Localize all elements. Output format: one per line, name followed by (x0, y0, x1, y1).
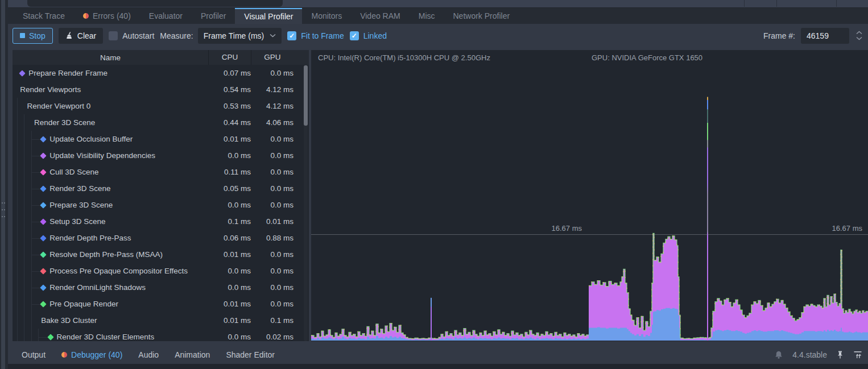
measure-value: Frame Time (ms) (204, 31, 264, 40)
table-row[interactable]: Render 3D Scene0.05 ms0.0 ms (13, 180, 309, 197)
tab-label: Video RAM (360, 11, 400, 20)
table-row[interactable]: Render 3D Cluster Elements0.0 ms0.02 ms (13, 329, 309, 341)
pin-icon[interactable] (836, 350, 844, 359)
table-row[interactable]: Resolve Depth Pre-Pass (MSAA)0.01 ms0.0 … (13, 246, 309, 263)
category-diamond-icon (19, 70, 26, 76)
tree-guide (17, 312, 18, 329)
table-row[interactable]: Pre Opaque Render0.01 ms0.0 ms (13, 296, 309, 312)
row-gpu-value: 0.0 ms (251, 283, 294, 292)
frame-time-graph[interactable]: CPU: Intel(R) Core(TM) i5-10300H CPU @ 2… (311, 50, 868, 341)
stop-button[interactable]: Stop (13, 28, 53, 44)
version-label[interactable]: 4.4.stable (792, 350, 827, 359)
row-gpu-value: 0.0 ms (251, 151, 294, 160)
table-row[interactable]: Render Viewport 00.53 ms4.12 ms (13, 98, 309, 114)
tab-label: Profiler (201, 11, 226, 20)
row-name-cell: Render 3D Scene (13, 184, 208, 193)
toolbar-divider (776, 0, 777, 7)
row-name-cell: Bake 3D Cluster (13, 316, 208, 325)
bottom-panel-animation[interactable]: Animation (167, 346, 218, 364)
table-row[interactable]: Cull 3D Scene0.11 ms0.0 ms (13, 164, 309, 180)
row-gpu-value: 4.12 ms (251, 102, 294, 110)
category-diamond-icon (40, 169, 47, 175)
tree-guide (17, 147, 18, 164)
checkbox-checked-icon: ✓ (350, 31, 359, 40)
table-row[interactable]: Bake 3D Cluster0.01 ms0.1 ms (13, 312, 309, 329)
bottom-panel-debugger-40[interactable]: Debugger (40) (53, 346, 130, 364)
row-gpu-value: 0.0 ms (251, 201, 294, 209)
table-row[interactable]: Process Pre Opaque Compositor Effects0.0… (13, 263, 309, 279)
tree-guide (24, 296, 24, 312)
row-gpu-value: 0.0 ms (251, 267, 294, 275)
row-gpu-value: 0.88 ms (251, 234, 294, 242)
row-gpu-value: 0.0 ms (251, 250, 294, 259)
row-cpu-value: 0.0 ms (208, 151, 251, 160)
category-diamond-icon (40, 235, 47, 241)
left-dock-splitter[interactable] (0, 0, 8, 369)
row-cpu-value: 0.0 ms (208, 333, 251, 341)
tree-guide (24, 180, 24, 197)
tab-label: Network Profiler (453, 11, 510, 20)
row-name-cell: Setup 3D Scene (13, 217, 208, 226)
column-header-gpu[interactable]: GPU (251, 50, 294, 65)
table-row[interactable]: Update Occlusion Buffer0.01 ms0.0 ms (13, 131, 309, 147)
measure-label: Measure: (160, 31, 193, 40)
frame-number-stepper[interactable] (856, 31, 862, 40)
frame-number-input[interactable]: 46159 (801, 28, 849, 44)
table-scrollbar-thumb[interactable] (304, 65, 308, 126)
bottom-panel-output[interactable]: Output (14, 346, 53, 364)
table-row[interactable]: Render Viewports0.54 ms4.12 ms (13, 81, 309, 98)
bottom-panel-shader-editor[interactable]: Shader Editor (218, 346, 283, 364)
tab-stack-trace[interactable]: Stack Trace (14, 8, 74, 24)
tab-network-profiler[interactable]: Network Profiler (444, 8, 519, 24)
row-name-label: Prepare Render Frame (28, 69, 108, 77)
table-row[interactable]: Render OmniLight Shadows0.0 ms0.0 ms (13, 279, 309, 296)
clear-button[interactable]: Clear (59, 28, 103, 44)
row-name-label: Render 3D Scene (34, 118, 95, 127)
tab-label: Monitors (311, 11, 342, 20)
measure-dropdown[interactable]: Frame Time (ms) (198, 28, 282, 44)
row-cpu-value: 0.44 ms (208, 118, 251, 127)
tab-profiler[interactable]: Profiler (192, 8, 235, 24)
table-row[interactable]: Render 3D Scene0.44 ms4.06 ms (13, 114, 309, 131)
column-header-name[interactable]: Name (13, 53, 208, 62)
autostart-label: Autostart (122, 31, 154, 40)
autostart-checkbox[interactable]: Autostart (109, 31, 154, 40)
table-row[interactable]: Prepare 3D Scene0.0 ms0.0 ms (13, 197, 309, 213)
tree-guide (17, 263, 18, 279)
tree-guide (24, 213, 24, 230)
tree-guide (24, 230, 24, 246)
fit-to-frame-checkbox[interactable]: ✓ Fit to Frame (287, 31, 344, 40)
table-row[interactable]: Setup 3D Scene0.1 ms0.01 ms (13, 213, 309, 230)
tab-misc[interactable]: Misc (410, 8, 444, 24)
tree-guide (24, 164, 24, 180)
row-cpu-value: 0.05 ms (208, 184, 251, 193)
toolbar-divider (836, 0, 837, 7)
tree-guide (31, 312, 32, 329)
spin-up-icon[interactable] (856, 31, 862, 35)
linked-checkbox[interactable]: ✓ Linked (350, 31, 387, 40)
category-diamond-icon (40, 152, 47, 159)
tab-errors-40[interactable]: Errors (40) (74, 8, 140, 24)
tree-guide (24, 114, 24, 131)
tab-visual-profiler[interactable]: Visual Profiler (235, 8, 302, 24)
row-name-label: Resolve Depth Pre-Pass (MSAA) (49, 250, 163, 259)
category-diamond-icon (40, 136, 47, 142)
tab-monitors[interactable]: Monitors (302, 8, 351, 24)
profiler-toolbar: Stop Clear Autostart Measure: Frame Time… (8, 24, 868, 47)
tree-guide (17, 131, 18, 147)
tab-video-ram[interactable]: Video RAM (351, 8, 410, 24)
bottom-panel-audio[interactable]: Audio (130, 346, 167, 364)
table-row[interactable]: Prepare Render Frame0.07 ms0.0 ms (13, 65, 309, 81)
splitter-bar[interactable] (1, 0, 5, 369)
table-row[interactable]: Update Visibility Dependencies0.0 ms0.0 … (13, 147, 309, 164)
bell-icon[interactable] (774, 350, 783, 359)
tab-evaluator[interactable]: Evaluator (140, 8, 192, 24)
table-row[interactable]: Render Depth Pre-Pass0.06 ms0.88 ms (13, 230, 309, 246)
tree-guide (24, 147, 24, 164)
spin-down-icon[interactable] (856, 36, 862, 40)
row-name-cell: Render Viewports (13, 85, 208, 94)
toolbar-divider (744, 0, 745, 7)
column-header-cpu[interactable]: CPU (208, 50, 251, 65)
expand-bottom-panel-icon[interactable] (853, 350, 862, 359)
row-name-cell: Prepare Render Frame (13, 69, 208, 77)
